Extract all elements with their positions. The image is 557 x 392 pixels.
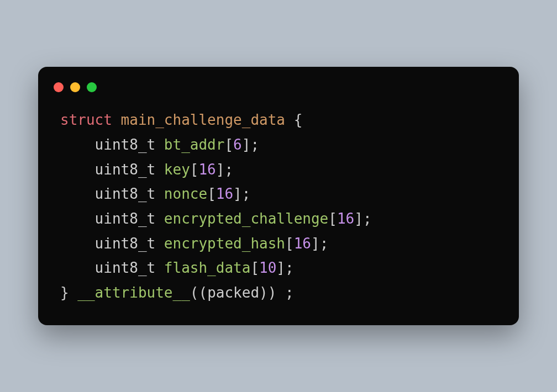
field-name: bt_addr xyxy=(164,136,225,153)
field-type: uint8_t xyxy=(95,161,156,178)
code-line: uint8_t key[16]; xyxy=(60,157,497,182)
field-size: 10 xyxy=(259,259,276,276)
field-size: 16 xyxy=(198,161,216,178)
code-line: struct main_challenge_data { xyxy=(60,108,497,133)
field-name: key xyxy=(164,161,190,178)
close-paren-inner: ) xyxy=(259,284,268,301)
field-name: encrypted_hash xyxy=(164,235,285,252)
close-bracket: ] xyxy=(311,235,320,252)
semicolon: ; xyxy=(320,235,329,252)
close-brace: } xyxy=(60,284,69,301)
close-bracket: ] xyxy=(242,136,251,153)
struct-name: main_challenge_data xyxy=(121,112,285,128)
open-paren-inner: ( xyxy=(198,284,207,301)
close-paren: ) xyxy=(268,284,277,301)
minimize-icon[interactable] xyxy=(70,82,80,92)
code-line: uint8_t encrypted_hash[16]; xyxy=(60,231,497,256)
field-type: uint8_t xyxy=(95,259,156,276)
field-name: encrypted_challenge xyxy=(164,210,328,227)
close-icon[interactable] xyxy=(54,82,64,92)
field-name: nonce xyxy=(164,186,207,202)
open-bracket: [ xyxy=(207,186,216,202)
field-name: flash_data xyxy=(164,259,251,276)
attribute-arg: packed xyxy=(207,284,259,301)
code-line: uint8_t flash_data[10]; xyxy=(60,256,497,280)
window-titlebar xyxy=(38,82,519,103)
code-line: uint8_t encrypted_challenge[16]; xyxy=(60,206,497,231)
code-window: struct main_challenge_data {uint8_t bt_a… xyxy=(38,67,519,325)
open-brace: { xyxy=(294,112,303,128)
code-block: struct main_challenge_data {uint8_t bt_a… xyxy=(38,103,519,305)
field-type: uint8_t xyxy=(95,186,156,202)
attribute-name: __attribute__ xyxy=(77,284,190,301)
code-line: uint8_t bt_addr[6]; xyxy=(60,133,497,157)
maximize-icon[interactable] xyxy=(87,82,97,92)
close-bracket: ] xyxy=(354,210,363,227)
open-paren: ( xyxy=(190,284,199,301)
semicolon: ; xyxy=(242,186,251,202)
field-type: uint8_t xyxy=(95,136,156,153)
field-size: 16 xyxy=(337,210,354,227)
open-bracket: [ xyxy=(250,259,259,276)
open-bracket: [ xyxy=(328,210,337,227)
open-bracket: [ xyxy=(285,235,294,252)
field-type: uint8_t xyxy=(95,235,156,252)
close-bracket: ] xyxy=(233,186,242,202)
field-type: uint8_t xyxy=(95,210,156,227)
code-line: uint8_t nonce[16]; xyxy=(60,182,497,206)
open-bracket: [ xyxy=(190,161,199,178)
close-bracket: ] xyxy=(216,161,225,178)
code-line: } __attribute__((packed)) ; xyxy=(60,280,497,305)
keyword-struct: struct xyxy=(60,112,112,128)
semicolon: ; xyxy=(250,136,259,153)
semicolon: ; xyxy=(363,210,372,227)
semicolon: ; xyxy=(285,284,294,301)
semicolon: ; xyxy=(285,259,294,276)
field-size: 16 xyxy=(294,235,311,252)
semicolon: ; xyxy=(224,161,233,178)
close-bracket: ] xyxy=(276,259,285,276)
open-bracket: [ xyxy=(224,136,233,153)
field-size: 6 xyxy=(233,136,242,153)
field-size: 16 xyxy=(216,186,233,202)
